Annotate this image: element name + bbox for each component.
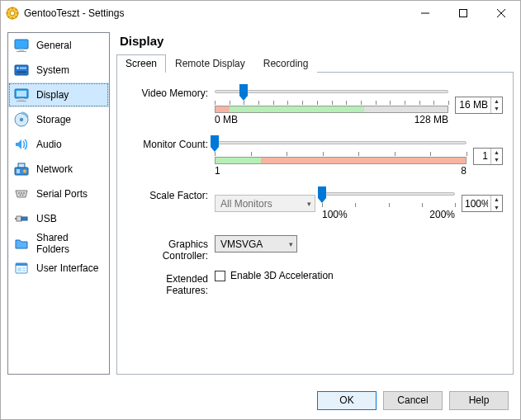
sidebar-item-general[interactable]: General bbox=[8, 33, 109, 58]
range-min-label: 100% bbox=[322, 209, 348, 220]
spin-up-icon[interactable]: ▲ bbox=[491, 196, 502, 204]
monitor-count-spinbox[interactable]: ▲▼ bbox=[473, 148, 503, 165]
settings-window: GentooTeszt - Settings General System Di… bbox=[0, 0, 521, 420]
sidebar-item-label: Storage bbox=[36, 114, 71, 125]
maximize-button[interactable] bbox=[444, 1, 482, 26]
scale-factor-spinbox[interactable]: ▲▼ bbox=[462, 195, 503, 212]
window-controls bbox=[406, 1, 520, 26]
tab-remote-display[interactable]: Remote Display bbox=[166, 54, 254, 73]
tab-screen[interactable]: Screen bbox=[116, 54, 166, 73]
scale-factor-input[interactable] bbox=[462, 196, 490, 211]
slider-thumb[interactable] bbox=[210, 134, 220, 153]
svg-point-32 bbox=[21, 192, 22, 194]
row-extended-features: Extended Features: Enable 3D Acceleratio… bbox=[127, 270, 503, 296]
svg-rect-40 bbox=[16, 263, 27, 266]
sidebar-item-serial-ports[interactable]: Serial Ports bbox=[8, 182, 109, 206]
general-icon bbox=[13, 37, 30, 54]
sidebar-item-label: Network bbox=[36, 163, 73, 175]
svg-rect-16 bbox=[17, 51, 26, 52]
slider-thumb[interactable] bbox=[317, 186, 327, 204]
titlebar: GentooTeszt - Settings bbox=[1, 1, 520, 26]
sidebar-item-system[interactable]: System bbox=[8, 58, 109, 83]
chevron-down-icon: ▾ bbox=[289, 240, 293, 248]
svg-point-33 bbox=[23, 192, 25, 194]
svg-point-1 bbox=[10, 11, 15, 16]
svg-rect-14 bbox=[15, 40, 28, 49]
tabstrip: Screen Remote Display Recording bbox=[116, 54, 514, 73]
svg-rect-11 bbox=[460, 10, 467, 17]
spin-down-icon[interactable]: ▼ bbox=[491, 204, 502, 212]
svg-rect-43 bbox=[22, 270, 26, 271]
cancel-button[interactable]: Cancel bbox=[383, 391, 443, 410]
sidebar-item-user-interface[interactable]: User Interface bbox=[8, 256, 109, 281]
window-body: General System Display Storage Audio Net… bbox=[1, 26, 520, 381]
svg-point-34 bbox=[20, 194, 21, 196]
user-interface-icon bbox=[13, 260, 30, 276]
svg-rect-17 bbox=[15, 65, 28, 75]
slider-monitor-count[interactable]: 1 8 bbox=[215, 135, 467, 177]
checkbox-enable-3d[interactable]: Enable 3D Acceleration bbox=[215, 270, 503, 281]
storage-icon bbox=[13, 111, 30, 128]
sidebar-item-label: Shared Folders bbox=[36, 232, 104, 255]
label-monitor-count: Monitor Count: bbox=[127, 135, 208, 150]
row-scale-factor: Scale Factor: All Monitors ▾ bbox=[127, 186, 503, 220]
svg-rect-30 bbox=[18, 163, 25, 168]
video-memory-spinbox[interactable]: ▲▼ bbox=[455, 97, 503, 114]
sidebar-item-label: Display bbox=[36, 89, 69, 101]
help-button[interactable]: Help bbox=[449, 391, 509, 410]
audio-icon bbox=[13, 136, 30, 153]
slider-thumb[interactable] bbox=[239, 83, 249, 101]
range-max-label: 128 MB bbox=[414, 114, 448, 125]
svg-rect-28 bbox=[17, 169, 20, 173]
sidebar-item-label: USB bbox=[36, 213, 57, 224]
row-monitor-count: Monitor Count: bbox=[127, 135, 503, 177]
svg-point-26 bbox=[20, 118, 23, 121]
slider-scale-factor[interactable]: 100% 200% bbox=[322, 186, 455, 220]
sidebar-item-shared-folders[interactable]: Shared Folders bbox=[8, 231, 109, 256]
page-title: Display bbox=[120, 34, 514, 48]
tab-page-screen: Video Memory: bbox=[116, 73, 514, 375]
sidebar-item-storage[interactable]: Storage bbox=[8, 107, 109, 132]
sidebar-item-usb[interactable]: USB bbox=[8, 206, 109, 231]
network-icon bbox=[13, 161, 30, 177]
minimize-button[interactable] bbox=[406, 1, 444, 26]
system-icon bbox=[13, 62, 30, 78]
main-panel: Display Screen Remote Display Recording … bbox=[116, 32, 514, 375]
svg-point-18 bbox=[17, 67, 18, 68]
graphics-controller-combo[interactable]: VMSVGA ▾ bbox=[215, 235, 297, 252]
tab-recording[interactable]: Recording bbox=[254, 54, 318, 73]
sidebar-item-network[interactable]: Network bbox=[8, 157, 109, 182]
display-icon bbox=[13, 87, 30, 103]
dialog-footer: OK Cancel Help bbox=[1, 381, 520, 419]
video-memory-input[interactable] bbox=[456, 97, 490, 113]
sidebar-item-label: Audio bbox=[36, 139, 62, 150]
svg-rect-22 bbox=[17, 91, 26, 97]
monitor-count-range-bar bbox=[215, 157, 467, 164]
close-button[interactable] bbox=[482, 1, 520, 26]
svg-point-35 bbox=[22, 194, 24, 196]
checkbox-box[interactable] bbox=[215, 271, 225, 281]
app-icon bbox=[6, 7, 19, 20]
svg-rect-37 bbox=[21, 217, 27, 220]
label-video-memory: Video Memory: bbox=[127, 84, 208, 99]
sidebar[interactable]: General System Display Storage Audio Net… bbox=[7, 32, 110, 375]
range-max-label: 200% bbox=[429, 209, 455, 220]
sidebar-item-audio[interactable]: Audio bbox=[8, 132, 109, 157]
sidebar-item-label: Serial Ports bbox=[36, 188, 88, 200]
monitor-count-input[interactable] bbox=[474, 149, 490, 164]
ok-button[interactable]: OK bbox=[317, 391, 377, 410]
svg-point-31 bbox=[18, 192, 20, 194]
spin-down-icon[interactable]: ▼ bbox=[491, 156, 502, 164]
spin-up-icon[interactable]: ▲ bbox=[491, 149, 502, 157]
svg-rect-42 bbox=[22, 267, 26, 269]
monitor-select-value: All Monitors bbox=[220, 198, 272, 210]
svg-rect-23 bbox=[19, 98, 24, 101]
video-memory-range-bar bbox=[215, 106, 448, 113]
label-graphics-controller: Graphics Controller: bbox=[127, 235, 208, 262]
spin-up-icon[interactable]: ▲ bbox=[491, 97, 502, 106]
slider-video-memory[interactable]: 0 MB 128 MB bbox=[215, 84, 448, 125]
row-video-memory: Video Memory: bbox=[127, 84, 503, 125]
svg-point-29 bbox=[23, 170, 26, 173]
spin-down-icon[interactable]: ▼ bbox=[491, 105, 502, 113]
sidebar-item-display[interactable]: Display bbox=[8, 83, 109, 107]
